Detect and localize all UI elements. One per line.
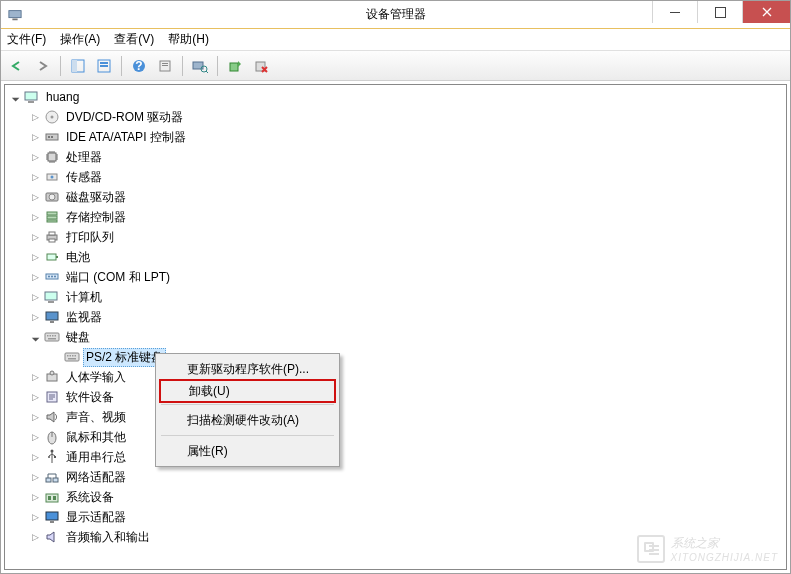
tree-node[interactable]: 打印队列 <box>25 227 786 247</box>
watermark-sub: XITONGZHIJIA.NET <box>671 552 779 563</box>
svg-rect-41 <box>48 301 54 303</box>
tree-node[interactable]: DVD/CD-ROM 驱动器 <box>25 107 786 127</box>
tree-node[interactable]: 处理器 <box>25 147 786 167</box>
menu-uninstall[interactable]: 卸载(U) <box>159 379 336 403</box>
tree-node[interactable]: 网络适配器 <box>25 467 786 487</box>
node-label: DVD/CD-ROM 驱动器 <box>63 108 186 127</box>
node-label: 磁盘驱动器 <box>63 188 129 207</box>
computer-icon <box>44 289 60 305</box>
expand-icon[interactable] <box>29 291 41 303</box>
update-driver-button[interactable] <box>223 54 247 78</box>
back-button[interactable] <box>5 54 29 78</box>
svg-rect-44 <box>45 333 59 341</box>
tree-node[interactable]: 电池 <box>25 247 786 267</box>
svg-rect-5 <box>100 62 108 64</box>
tree-node[interactable]: 系统设备 <box>25 487 786 507</box>
menu-action[interactable]: 操作(A) <box>60 31 100 48</box>
svg-rect-10 <box>162 63 168 64</box>
expand-icon[interactable] <box>29 131 41 143</box>
menu-file[interactable]: 文件(F) <box>7 31 46 48</box>
svg-point-61 <box>48 456 50 458</box>
expand-icon[interactable] <box>29 411 41 423</box>
keyboard-icon <box>64 349 80 365</box>
expand-icon[interactable] <box>29 151 41 163</box>
menu-view[interactable]: 查看(V) <box>114 31 154 48</box>
tree-node[interactable]: 人体学输入 <box>25 367 786 387</box>
tree-node[interactable]: 声音、视频 <box>25 407 786 427</box>
expand-icon[interactable] <box>29 391 41 403</box>
svg-rect-50 <box>65 353 79 361</box>
help-button[interactable]: ? <box>127 54 151 78</box>
svg-rect-69 <box>50 521 54 523</box>
svg-rect-16 <box>25 92 37 100</box>
expand-icon[interactable] <box>29 471 41 483</box>
expand-icon[interactable] <box>29 491 41 503</box>
expand-icon[interactable] <box>29 451 41 463</box>
expand-icon[interactable] <box>29 171 41 183</box>
expand-icon[interactable] <box>29 211 41 223</box>
maximize-button[interactable] <box>697 1 742 23</box>
expand-icon[interactable] <box>29 371 41 383</box>
disc-icon <box>44 109 60 125</box>
menu-help[interactable]: 帮助(H) <box>168 31 209 48</box>
svg-point-60 <box>51 450 54 453</box>
device-tree-panel[interactable]: huang DVD/CD-ROM 驱动器IDE ATA/ATAPI 控制器处理器… <box>4 84 787 570</box>
svg-rect-14 <box>230 63 238 71</box>
uninstall-button[interactable] <box>249 54 273 78</box>
expand-icon[interactable] <box>29 191 41 203</box>
svg-point-19 <box>51 116 54 119</box>
expand-icon[interactable] <box>29 271 41 283</box>
tree-node-keyboard[interactable]: 键盘 <box>25 327 786 347</box>
tree-node[interactable]: 鼠标和其他 <box>25 427 786 447</box>
tree-node[interactable]: 传感器 <box>25 167 786 187</box>
node-label: 声音、视频 <box>63 408 129 427</box>
node-label: 键盘 <box>63 328 93 347</box>
tree-node[interactable]: 端口 (COM 和 LPT) <box>25 267 786 287</box>
tree-node[interactable]: 软件设备 <box>25 387 786 407</box>
node-label: 软件设备 <box>63 388 117 407</box>
device-manager-window: 设备管理器 文件(F) 操作(A) 查看(V) 帮助(H) ? <box>0 0 791 574</box>
tree-node[interactable]: 计算机 <box>25 287 786 307</box>
tree-node[interactable]: 监视器 <box>25 307 786 327</box>
tree-node[interactable]: 通用串行总 <box>25 447 786 467</box>
svg-rect-40 <box>45 292 57 300</box>
expand-icon[interactable] <box>29 231 41 243</box>
svg-rect-17 <box>28 101 34 103</box>
menu-scan-hardware[interactable]: 扫描检测硬件改动(A) <box>159 408 336 432</box>
svg-point-38 <box>51 276 53 278</box>
window-title: 设备管理器 <box>366 6 426 23</box>
svg-rect-68 <box>46 512 58 520</box>
audioio-icon <box>44 529 60 545</box>
show-hide-console-button[interactable] <box>66 54 90 78</box>
expand-icon[interactable] <box>9 91 21 103</box>
menu-update-driver[interactable]: 更新驱动程序软件(P)... <box>159 357 336 381</box>
expand-icon[interactable] <box>29 311 41 323</box>
expand-icon[interactable] <box>29 431 41 443</box>
expand-icon[interactable] <box>29 511 41 523</box>
scan-hardware-button[interactable] <box>188 54 212 78</box>
tree-node[interactable]: 磁盘驱动器 <box>25 187 786 207</box>
sensor-icon <box>44 169 60 185</box>
root-node[interactable]: huang <box>5 87 786 107</box>
expand-icon[interactable] <box>29 111 41 123</box>
display-icon <box>44 509 60 525</box>
svg-rect-55 <box>68 358 76 360</box>
properties-button[interactable] <box>153 54 177 78</box>
menu-properties[interactable]: 属性(R) <box>159 439 336 463</box>
tree-node[interactable]: IDE ATA/ATAPI 控制器 <box>25 127 786 147</box>
monitor-icon <box>44 309 60 325</box>
svg-rect-66 <box>48 496 51 500</box>
expand-icon[interactable] <box>29 251 41 263</box>
svg-rect-3 <box>72 60 77 72</box>
forward-button[interactable] <box>31 54 55 78</box>
expand-icon[interactable] <box>29 531 41 543</box>
close-button[interactable] <box>742 1 790 23</box>
tree-node[interactable]: 显示适配器 <box>25 507 786 527</box>
minimize-button[interactable] <box>652 1 697 23</box>
show-hide-action-button[interactable] <box>92 54 116 78</box>
tree-node[interactable]: 音频输入和输出 <box>25 527 786 547</box>
collapse-icon[interactable] <box>29 331 41 343</box>
svg-rect-29 <box>47 216 57 219</box>
tree-node[interactable]: 存储控制器 <box>25 207 786 227</box>
node-label: 打印队列 <box>63 228 117 247</box>
